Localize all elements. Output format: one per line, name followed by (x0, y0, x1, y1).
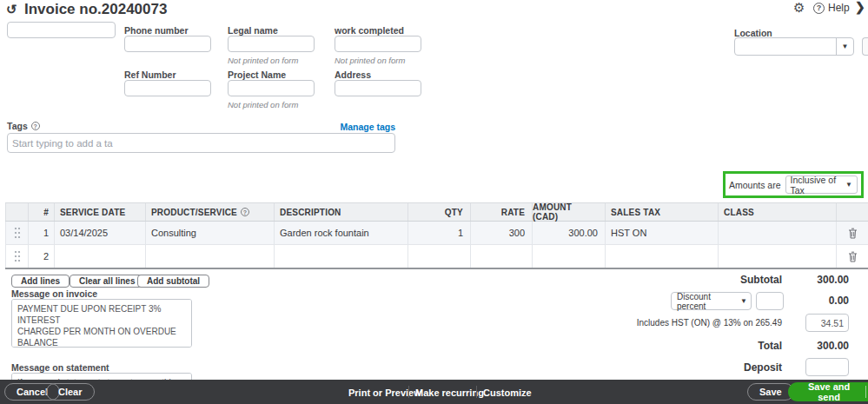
service-date-cell[interactable]: 03/14/2025 (55, 222, 146, 244)
page-title: Invoice no.20240073 (24, 1, 167, 18)
subtotal-label: Subtotal (660, 274, 782, 286)
location-select[interactable]: ▼ (734, 37, 854, 56)
service-date-cell[interactable] (55, 245, 146, 268)
project-name-field[interactable] (228, 80, 315, 96)
subtotal-value: 300.00 (779, 274, 849, 286)
col-header-sales-tax: SALES TAX (606, 203, 719, 221)
clipped-field (862, 37, 868, 56)
col-header-description: DESCRIPTION (275, 203, 408, 221)
phone-number-field[interactable] (124, 36, 211, 52)
invoice-page: ↺ Invoice no.20240073 ⚙ ? Help ❯ Phone n… (0, 0, 868, 404)
print-or-preview-link[interactable]: Print or Preview (348, 387, 421, 398)
qty-cell[interactable] (408, 245, 471, 268)
table-row: 1 03/14/2025 Consulting Garden rock foun… (5, 222, 868, 245)
work-completed-label: work completed (335, 25, 404, 36)
col-header-service-date: SERVICE DATE (55, 203, 146, 221)
product-service-help-icon[interactable]: ? (241, 208, 249, 216)
chevron-right-icon[interactable]: ❯ (855, 0, 865, 14)
help-button[interactable]: ? Help (813, 2, 850, 14)
product-service-cell[interactable]: Consulting (146, 222, 275, 244)
drag-handle-icon[interactable] (5, 245, 29, 268)
message-on-invoice-textarea[interactable]: PAYMENT DUE UPON RECEIPT 3% INTEREST CHA… (11, 299, 192, 348)
rate-cell[interactable]: 300 (471, 222, 533, 244)
drag-handle-icon[interactable] (5, 222, 29, 244)
customer-input[interactable] (7, 22, 116, 38)
add-subtotal-button[interactable]: Add subtotal (137, 275, 209, 288)
clear-all-lines-button[interactable]: Clear all lines (70, 275, 144, 288)
ref-number-label: Ref Number (124, 70, 176, 80)
tax-amount-input[interactable] (805, 314, 849, 332)
total-label: Total (660, 340, 782, 352)
row-number: 1 (29, 222, 55, 244)
class-cell[interactable] (719, 222, 837, 244)
amounts-are-highlight: Amounts are Inclusive of Tax ▼ (723, 171, 864, 198)
col-header-qty: QTY (408, 203, 471, 221)
description-cell[interactable]: Garden rock fountain (275, 222, 408, 244)
discount-value: 0.00 (779, 295, 849, 307)
manage-tags-link[interactable]: Manage tags (339, 122, 395, 132)
phone-number-label: Phone number (124, 25, 189, 36)
discount-type-select[interactable]: Discount percent ▼ (671, 292, 752, 310)
message-on-invoice-label: Message on invoice (11, 288, 97, 299)
help-icon: ? (813, 3, 825, 14)
work-completed-note: Not printed on form (335, 56, 405, 65)
total-value: 300.00 (779, 340, 849, 352)
tags-input[interactable] (7, 133, 395, 153)
qty-cell[interactable]: 1 (408, 222, 471, 244)
row-number: 2 (29, 245, 55, 268)
discount-caret-icon: ▼ (737, 297, 751, 305)
save-and-send-button[interactable]: Save and send ▼ (788, 382, 868, 401)
trash-icon[interactable] (837, 222, 868, 244)
save-and-send-label: Save and send (798, 381, 859, 402)
legal-name-field[interactable] (228, 36, 315, 52)
message-on-statement-label: Message on statement (11, 362, 109, 373)
col-header-num: # (29, 203, 55, 221)
amounts-are-caret-icon: ▼ (845, 181, 852, 189)
sales-tax-cell[interactable] (606, 245, 719, 268)
amounts-are-select[interactable]: Inclusive of Tax ▼ (785, 176, 858, 194)
history-icon[interactable]: ↺ (6, 2, 17, 17)
col-header-product-service: PRODUCT/SERVICE ? (146, 203, 275, 221)
work-completed-field[interactable] (335, 36, 421, 52)
gear-icon[interactable]: ⚙ (793, 0, 805, 16)
deposit-input[interactable] (805, 358, 849, 376)
product-service-cell[interactable] (146, 245, 275, 268)
table-bottom-border (5, 268, 868, 269)
tags-help-icon[interactable]: ? (31, 122, 40, 130)
footer-divider (476, 386, 477, 398)
col-header-class: CLASS (719, 203, 837, 221)
add-lines-button[interactable]: Add lines (11, 275, 70, 288)
ref-number-field[interactable] (124, 80, 211, 96)
col-header-amount: AMOUNT (CAD) (533, 203, 606, 221)
line-items-table: # SERVICE DATE PRODUCT/SERVICE ? DESCRIP… (5, 202, 868, 268)
discount-type-value: Discount percent (672, 293, 737, 309)
description-cell[interactable] (275, 245, 408, 268)
class-cell[interactable] (719, 245, 837, 268)
trash-icon[interactable] (837, 245, 868, 268)
legal-name-label: Legal name (228, 25, 278, 36)
save-and-send-divider (865, 386, 866, 398)
amounts-are-label: Amounts are (729, 180, 781, 190)
location-caret-icon: ▼ (836, 38, 853, 55)
clear-button[interactable]: Clear (46, 383, 95, 401)
make-recurring-link[interactable]: Make recurring (415, 387, 484, 398)
table-row: 2 (5, 245, 868, 268)
save-button[interactable]: Save (747, 383, 794, 401)
project-name-label: Project Name (228, 70, 286, 80)
help-label: Help (828, 2, 850, 14)
address-field[interactable] (335, 80, 421, 96)
customize-link[interactable]: Customize (483, 387, 532, 398)
tags-label: Tags (7, 121, 28, 131)
address-label: Address (335, 70, 371, 80)
legal-name-note: Not printed on form (228, 56, 298, 65)
sales-tax-cell[interactable]: HST ON (606, 222, 719, 244)
deposit-label: Deposit (678, 361, 782, 374)
rate-cell[interactable] (471, 245, 533, 268)
table-header-row: # SERVICE DATE PRODUCT/SERVICE ? DESCRIP… (5, 202, 868, 222)
amount-cell[interactable]: 300.00 (533, 222, 606, 244)
footer-divider (408, 386, 409, 398)
amounts-are-value: Inclusive of Tax (791, 175, 846, 195)
col-header-rate: RATE (471, 203, 533, 221)
tags-label-row: Tags ? (7, 121, 40, 131)
amount-cell[interactable] (533, 245, 606, 268)
